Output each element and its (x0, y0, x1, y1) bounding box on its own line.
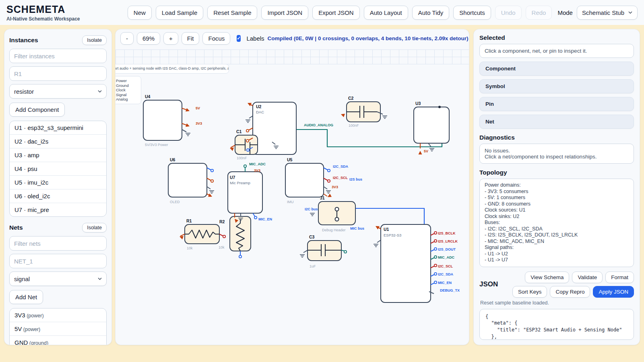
pin-stub[interactable] (303, 250, 308, 253)
instances-isolate-button[interactable]: Isolate (82, 35, 107, 45)
pin-circle[interactable] (247, 149, 249, 151)
selected-section-symbol[interactable]: Symbol (479, 79, 634, 93)
json-button-validate[interactable]: Validate (572, 272, 603, 283)
instances-filter-input[interactable] (9, 49, 107, 63)
pin-stub[interactable] (207, 187, 211, 189)
zoom-out-button[interactable]: - (120, 32, 134, 45)
net-label-3v3[interactable]: 3V3 (254, 169, 260, 173)
header-button-new[interactable]: New (128, 6, 152, 20)
focus-button[interactable]: Focus (202, 32, 230, 45)
json-button-view-schema[interactable]: View Schema (525, 272, 569, 283)
pin-stub[interactable] (428, 143, 431, 147)
pin-circle[interactable] (344, 251, 347, 253)
pin-circle[interactable] (211, 180, 213, 182)
net-label-audio-analog[interactable]: AUDIO_ANALOG (304, 123, 333, 127)
pin-stub[interactable] (182, 130, 186, 132)
pin-stub[interactable] (324, 168, 328, 170)
zoom-level-button[interactable]: 69% (137, 32, 160, 45)
pin-stub[interactable] (249, 116, 253, 118)
component-type-select[interactable]: resistor (9, 84, 107, 99)
pin-circle[interactable] (328, 169, 330, 172)
net-label-3v3[interactable]: 3V3 (196, 121, 202, 125)
net-label-i2s-bclk[interactable]: I2S_BCLK (438, 231, 456, 235)
net-item[interactable]: 5V (power) (10, 322, 106, 335)
instance-item[interactable]: U4 · psu (10, 162, 106, 175)
net-label-i2c-bus[interactable]: I2C bus (305, 207, 318, 211)
header-button-auto-tidy[interactable]: Auto Tidy (412, 6, 450, 20)
net-label-i2s-dout[interactable]: I2S_DOUT (438, 247, 456, 251)
net-label-5v[interactable]: 5V (196, 106, 200, 110)
pin-stub[interactable] (231, 145, 235, 148)
selected-section-pin[interactable]: Pin (479, 97, 634, 111)
instance-item[interactable]: U1 · esp32_s3_supermini (10, 121, 106, 134)
net-label-mic-adc[interactable]: MIC_ADC (438, 255, 455, 259)
pin-circle[interactable] (434, 232, 437, 234)
net-name-input[interactable] (9, 254, 107, 268)
net-item[interactable]: GND (ground) (10, 335, 106, 345)
net-label-i2c-sda[interactable]: I2C_SDA (438, 272, 454, 276)
net-label-mic-en[interactable]: MIC_EN (258, 217, 272, 221)
header-button-shortcuts[interactable]: Shortcuts (453, 6, 491, 20)
pin-circle[interactable] (223, 235, 225, 238)
component-u3[interactable] (414, 107, 449, 143)
component-u6[interactable] (168, 163, 207, 197)
instance-item[interactable]: U7 · mic_pre (10, 203, 106, 216)
selected-section-net[interactable]: Net (479, 115, 634, 129)
net-item[interactable]: 3V3 (power) (10, 309, 106, 322)
selected-section-component[interactable]: Component (479, 62, 634, 76)
undo-button[interactable]: Undo (495, 6, 522, 20)
pin-circle[interactable] (434, 256, 437, 258)
json-button-sort-keys[interactable]: Sort Keys (512, 286, 547, 298)
pin-circle[interactable] (434, 240, 437, 242)
pin-stub[interactable] (377, 240, 381, 243)
header-button-export-json[interactable]: Export JSON (312, 6, 360, 20)
apply-json-button[interactable]: Apply JSON (593, 286, 634, 298)
pin-stub[interactable] (207, 178, 211, 181)
pin-circle[interactable] (434, 281, 437, 284)
net-type-select[interactable]: signal (9, 272, 107, 286)
mode-select[interactable]: Schematic Stub (577, 6, 638, 20)
header-button-import-json[interactable]: Import JSON (261, 6, 308, 20)
instance-item[interactable]: U6 · oled_i2c (10, 189, 106, 203)
net-label-debug-tx[interactable]: DEBUG_TX (440, 288, 460, 292)
pin-circle[interactable] (246, 140, 249, 142)
schematic-viewport[interactable]: art audio + sensing node with I2S DAC, c… (116, 47, 469, 345)
add-net-button[interactable]: Add Net (9, 290, 43, 304)
component-r1[interactable] (185, 224, 219, 244)
net-label-3v3[interactable]: 3V3 (332, 185, 338, 189)
net-label-i2s-bus[interactable]: I2S bus (349, 177, 362, 181)
instance-item[interactable]: U5 · imu_i2c (10, 175, 106, 189)
pin-circle[interactable] (434, 273, 437, 275)
nets-isolate-button[interactable]: Isolate (82, 223, 107, 232)
pin-circle[interactable] (254, 216, 257, 219)
pin-circle[interactable] (244, 165, 246, 167)
component-u4[interactable] (143, 100, 182, 140)
net-label-i2c-scl[interactable]: I2C_SCL (333, 176, 348, 180)
pin-stub[interactable] (324, 178, 328, 181)
json-editor[interactable]: { "meta": { "title": "ESP32 Smart Audio … (479, 309, 634, 340)
net-label-i2c-sda[interactable]: I2C_SDA (333, 165, 349, 169)
fit-button[interactable]: Fit (182, 32, 200, 45)
component-u5[interactable] (285, 163, 324, 197)
instance-item[interactable]: U2 · dac_i2s (10, 134, 106, 148)
pin-circle[interactable] (434, 264, 437, 267)
pin-circle[interactable] (211, 169, 213, 172)
add-component-button[interactable]: Add Component (9, 103, 65, 117)
header-button-auto-layout[interactable]: Auto Layout (364, 6, 408, 20)
json-button-format[interactable]: Format (605, 272, 634, 283)
zoom-in-button[interactable]: + (163, 32, 178, 45)
pin-circle[interactable] (246, 130, 249, 132)
redo-button[interactable]: Redo (526, 6, 552, 20)
net-label-i2c-scl[interactable]: I2C_SCL (438, 264, 453, 268)
instance-ref-input[interactable] (9, 66, 107, 81)
instance-item[interactable]: U3 · amp (10, 148, 106, 162)
net-label-i2s-lrclk[interactable]: I2S_LRCLK (438, 239, 458, 243)
pin-stub[interactable] (207, 168, 211, 170)
pin-stub[interactable] (324, 187, 327, 189)
pin-circle[interactable] (434, 248, 437, 250)
json-button-copy-repro[interactable]: Copy Repro (550, 286, 590, 298)
pin-circle[interactable] (239, 255, 242, 258)
pin-stub[interactable] (180, 234, 185, 236)
net-label-mic-bus[interactable]: MIC bus (350, 226, 364, 230)
net-label-5v[interactable]: 5V (424, 149, 428, 153)
